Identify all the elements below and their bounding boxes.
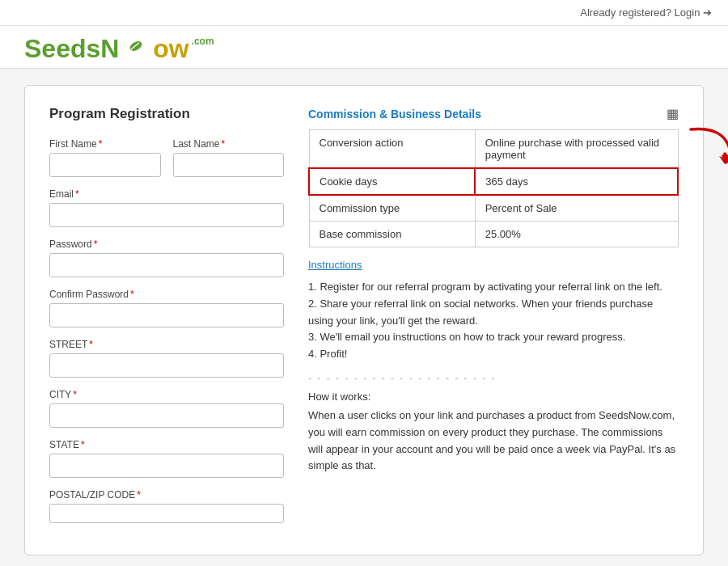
confirm-password-label: Confirm Password* [49, 289, 284, 300]
last-name-required: * [222, 138, 226, 150]
commission-table: Conversion action Online purchase with p… [308, 129, 679, 247]
postal-input[interactable] [49, 504, 284, 523]
commission-type-value: Percent of Sale [475, 195, 678, 222]
registration-card: Program Registration First Name* Last Na… [24, 85, 704, 555]
first-name-input[interactable] [49, 153, 161, 177]
logo-now-text: N [100, 34, 119, 63]
instructions-text: 1. Register for our referral program by … [308, 279, 679, 363]
email-input[interactable] [49, 203, 284, 227]
divider: - - - - - - - - - - - - - - - - - - - - … [308, 373, 679, 384]
state-required: * [81, 439, 85, 450]
confirm-password-input[interactable] [49, 303, 284, 327]
last-name-input[interactable] [173, 153, 285, 177]
logo-ow: ow [153, 34, 188, 63]
street-group: STREET* [49, 339, 284, 378]
commission-header: Commission & Business Details ▦ [308, 106, 679, 121]
password-required: * [94, 239, 98, 250]
login-link[interactable]: Already registered? Login ➔ [580, 6, 712, 19]
login-arrow-icon: ➔ [703, 6, 712, 19]
confirm-password-group: Confirm Password* [49, 289, 284, 327]
form-title: Program Registration [49, 106, 284, 122]
login-text: Already registered? Login [580, 6, 700, 19]
street-input[interactable] [49, 353, 284, 378]
first-name-group: First Name* [49, 138, 161, 177]
how-it-works-title: How it works: [308, 391, 679, 403]
state-group: STATE* [49, 439, 284, 478]
top-bar: Already registered? Login ➔ [0, 0, 728, 26]
table-row: Commission type Percent of Sale [309, 195, 678, 222]
table-row: Conversion action Online purchase with p… [309, 130, 678, 169]
logo-com: .com [192, 36, 214, 47]
base-commission-label: Base commission [309, 222, 475, 247]
commission-title: Commission & Business Details [308, 108, 481, 120]
postal-label: POSTAL/ZIP CODE* [49, 489, 284, 501]
logo-seeds: Seeds [24, 34, 100, 63]
name-row: First Name* Last Name* [49, 138, 284, 177]
table-container: Conversion action Online purchase with p… [308, 129, 679, 247]
cookie-days-label: Cookie days [309, 168, 475, 195]
logo-leaf-icon [127, 37, 145, 55]
conversion-action-label: Conversion action [309, 130, 475, 169]
main-content: Program Registration First Name* Last Na… [0, 69, 728, 566]
commission-type-label: Commission type [309, 195, 475, 222]
street-label: STREET* [49, 339, 284, 350]
first-name-label: First Name* [49, 138, 161, 150]
postal-required: * [137, 489, 141, 501]
city-group: CITY* [49, 389, 284, 428]
logo: SeedsN ow .com [24, 34, 704, 64]
instructions-link[interactable]: Instructions [308, 259, 362, 271]
password-input[interactable] [49, 253, 284, 277]
last-name-group: Last Name* [173, 138, 285, 177]
email-group: Email* [49, 188, 284, 227]
instructions-section: Instructions 1. Register for our referra… [308, 259, 679, 475]
confirm-password-required: * [130, 289, 134, 300]
red-arrow-icon [675, 117, 728, 190]
state-label: STATE* [49, 439, 284, 450]
email-required: * [75, 188, 79, 200]
email-label: Email* [49, 188, 284, 200]
postal-group: POSTAL/ZIP CODE* [49, 489, 284, 523]
cookie-row: Cookie days 365 days [309, 168, 678, 195]
commission-panel: Commission & Business Details ▦ Conversi… [308, 106, 679, 534]
city-required: * [73, 389, 77, 400]
city-input[interactable] [49, 403, 284, 428]
cookie-days-value: 365 days [475, 168, 678, 195]
first-name-required: * [99, 138, 103, 150]
last-name-label: Last Name* [173, 138, 285, 150]
state-input[interactable] [49, 454, 284, 478]
registration-form: Program Registration First Name* Last Na… [49, 106, 284, 534]
street-required: * [89, 339, 93, 350]
how-it-works-text: When a user clicks on your link and purc… [308, 408, 679, 475]
table-row: Base commission 25.00% [309, 222, 678, 247]
conversion-action-value: Online purchase with processed valid pay… [475, 130, 678, 169]
password-group: Password* [49, 239, 284, 277]
password-label: Password* [49, 239, 284, 250]
header: SeedsN ow .com [0, 26, 728, 69]
city-label: CITY* [49, 389, 284, 400]
base-commission-value: 25.00% [475, 222, 678, 247]
